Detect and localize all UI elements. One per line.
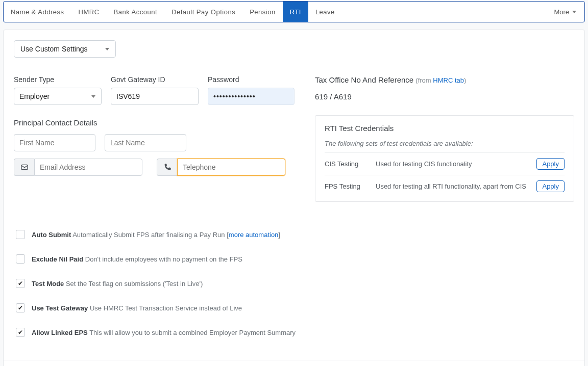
chevron-down-icon	[572, 11, 576, 13]
rti-credentials-title: RTI Test Credentials	[325, 124, 565, 133]
last-name-input[interactable]	[105, 134, 186, 151]
settings-mode-label: Use Custom Settings	[20, 45, 88, 53]
allow-linked-eps-checkbox[interactable]	[16, 328, 25, 337]
rti-credentials-subtitle: The following sets of test credentials a…	[325, 140, 565, 147]
exclude-nil-checkbox[interactable]	[16, 254, 25, 264]
use-gateway-text: Use Test Gateway Use HMRC Test Transacti…	[32, 304, 242, 312]
tab-bar: Name & Address HMRC Bank Account Default…	[3, 1, 585, 22]
tab-spacer	[342, 2, 546, 22]
tax-ref-link[interactable]: HMRC tab	[433, 76, 464, 84]
sender-type-select[interactable]: Employer	[14, 88, 102, 105]
credential-desc: Used for testing all RTI functionality, …	[376, 175, 534, 198]
test-mode-checkbox[interactable]	[16, 279, 25, 288]
auto-submit-checkbox[interactable]	[16, 230, 25, 239]
chevron-down-icon	[105, 48, 109, 50]
rti-credentials-box: RTI Test Credentials The following sets …	[315, 115, 574, 202]
tax-ref-label: Tax Office No And Reference	[315, 75, 413, 84]
tab-bank-account[interactable]: Bank Account	[107, 2, 165, 22]
allow-linked-eps-text: Allow Linked EPS This will allow you to …	[32, 329, 296, 336]
tax-ref-from-prefix: (from	[415, 76, 433, 84]
tab-name-address[interactable]: Name & Address	[4, 2, 71, 22]
use-gateway-checkbox[interactable]	[16, 303, 25, 312]
gateway-id-input[interactable]	[111, 88, 199, 105]
password-label: Password	[208, 75, 295, 84]
tab-hmrc[interactable]: HMRC	[71, 2, 107, 22]
footer-bar: Update Employer	[4, 360, 584, 366]
tax-ref-from-suffix: )	[464, 76, 466, 84]
exclude-nil-text: Exclude Nil Paid Don't include employees…	[32, 255, 242, 263]
telephone-input[interactable]	[177, 159, 285, 176]
password-input[interactable]	[208, 88, 295, 105]
email-icon	[14, 159, 34, 176]
sender-type-label: Sender Type	[14, 75, 102, 84]
phone-icon	[157, 159, 177, 176]
apply-button-cis[interactable]: Apply	[536, 158, 565, 170]
tax-ref-value: 619 / A619	[315, 92, 574, 101]
tab-leave[interactable]: Leave	[308, 2, 342, 22]
divider	[14, 66, 574, 66]
credential-name: CIS Testing	[325, 153, 376, 175]
chevron-down-icon	[91, 95, 95, 98]
credential-desc: Used for testing CIS functionality	[376, 153, 534, 175]
settings-mode-dropdown[interactable]: Use Custom Settings	[14, 40, 116, 58]
tab-more[interactable]: More	[546, 2, 584, 22]
credential-row: CIS Testing Used for testing CIS functio…	[325, 153, 565, 175]
apply-button-fps[interactable]: Apply	[536, 180, 565, 192]
credential-name: FPS Testing	[325, 175, 376, 198]
email-input[interactable]	[34, 159, 142, 176]
gateway-id-label: Govt Gateway ID	[111, 75, 199, 84]
credential-row: FPS Testing Used for testing all RTI fun…	[325, 175, 565, 198]
more-automation-link[interactable]: more automation	[229, 231, 279, 239]
contact-title: Principal Contact Details	[14, 118, 295, 127]
tab-rti[interactable]: RTI	[283, 2, 308, 22]
test-mode-text: Test Mode Set the Test flag on submissio…	[32, 280, 203, 287]
auto-submit-text: Auto Submit Automatically Submit FPS aft…	[32, 231, 280, 239]
tab-pension[interactable]: Pension	[242, 2, 282, 22]
main-panel: Use Custom Settings Sender Type Employer…	[3, 30, 585, 366]
tab-more-label: More	[554, 8, 569, 16]
first-name-input[interactable]	[14, 134, 95, 151]
tab-default-pay-options[interactable]: Default Pay Options	[164, 2, 242, 22]
